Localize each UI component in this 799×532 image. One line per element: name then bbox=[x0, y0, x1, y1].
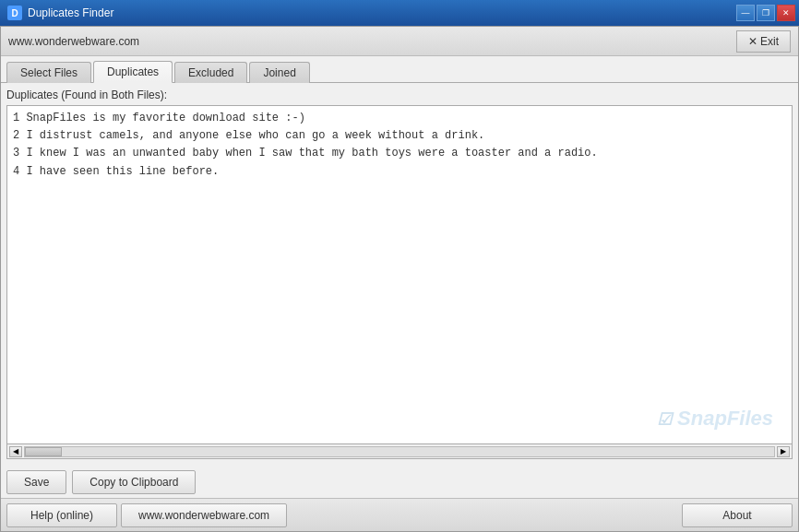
scroll-thumb[interactable] bbox=[25, 447, 62, 456]
copy-clipboard-button[interactable]: Copy to Clipboard bbox=[72, 470, 196, 494]
scroll-left-arrow[interactable]: ◀ bbox=[9, 446, 22, 457]
minimize-button[interactable]: — bbox=[736, 5, 755, 21]
scroll-track[interactable] bbox=[24, 446, 775, 457]
duplicates-text-content[interactable]: 1 SnapFiles is my favorite download site… bbox=[7, 106, 792, 443]
tab-joined[interactable]: Joined bbox=[249, 62, 309, 83]
help-button[interactable]: Help (online) bbox=[6, 503, 117, 527]
panel-label: Duplicates (Found in Both Files): bbox=[6, 89, 793, 101]
app-title: Duplicates Finder bbox=[28, 6, 113, 19]
addressbar: www.wonderwebware.com ✕ Exit bbox=[1, 27, 798, 56]
text-area-container: 1 SnapFiles is my favorite download site… bbox=[6, 105, 793, 459]
titlebar: D Duplicates Finder — ❐ ✕ bbox=[0, 0, 799, 26]
tab-excluded[interactable]: Excluded bbox=[174, 62, 247, 83]
horizontal-scrollbar[interactable]: ◀ ▶ bbox=[7, 443, 792, 458]
close-button[interactable]: ✕ bbox=[777, 5, 795, 21]
action-row: Save Copy to Clipboard bbox=[1, 465, 798, 498]
exit-button[interactable]: ✕ Exit bbox=[736, 30, 791, 53]
footer-left: Help (online) www.wonderwebware.com bbox=[6, 503, 287, 527]
url-display: www.wonderwebware.com bbox=[8, 35, 139, 48]
save-button[interactable]: Save bbox=[6, 470, 66, 494]
tab-duplicates[interactable]: Duplicates bbox=[93, 61, 173, 83]
content-area: Duplicates (Found in Both Files): 1 Snap… bbox=[1, 83, 798, 465]
scroll-right-arrow[interactable]: ▶ bbox=[777, 446, 790, 457]
titlebar-left: D Duplicates Finder bbox=[7, 6, 113, 20]
restore-button[interactable]: ❐ bbox=[757, 5, 775, 21]
app-icon: D bbox=[7, 6, 22, 20]
footer: Help (online) www.wonderwebware.com Abou… bbox=[1, 498, 798, 531]
tab-bar: Select Files Duplicates Excluded Joined bbox=[1, 56, 798, 83]
footer-url-button[interactable]: www.wonderwebware.com bbox=[121, 503, 287, 527]
about-button[interactable]: About bbox=[682, 503, 793, 527]
titlebar-controls: — ❐ ✕ bbox=[736, 5, 795, 21]
tab-select-files[interactable]: Select Files bbox=[6, 62, 91, 83]
main-window: www.wonderwebware.com ✕ Exit Select File… bbox=[0, 26, 799, 532]
